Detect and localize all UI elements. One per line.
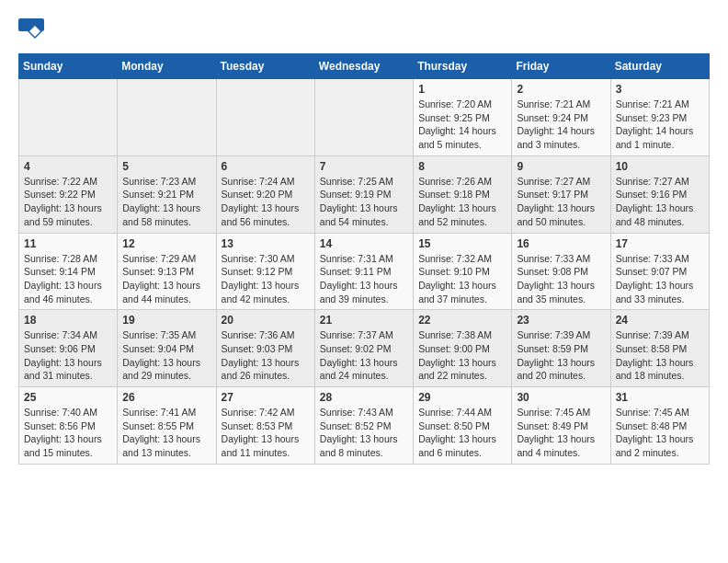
day-number: 23 [517,314,605,327]
day-info: Sunrise: 7:30 AM Sunset: 9:12 PM Dayligh… [222,252,310,306]
calendar-cell: 21Sunrise: 7:37 AM Sunset: 9:02 PM Dayli… [314,310,413,387]
calendar-cell: 27Sunrise: 7:42 AM Sunset: 8:53 PM Dayli… [216,387,314,465]
day-info: Sunrise: 7:43 AM Sunset: 8:52 PM Dayligh… [320,406,408,460]
day-number: 12 [122,237,210,250]
weekday-header: Friday [512,54,610,79]
day-number: 14 [320,237,408,250]
weekday-header: Sunday [19,54,118,79]
day-number: 21 [320,314,408,327]
calendar-cell: 4Sunrise: 7:22 AM Sunset: 9:22 PM Daylig… [19,155,118,233]
calendar-cell: 5Sunrise: 7:23 AM Sunset: 9:21 PM Daylig… [118,155,216,233]
day-info: Sunrise: 7:33 AM Sunset: 9:08 PM Dayligh… [517,252,605,306]
day-info: Sunrise: 7:31 AM Sunset: 9:11 PM Dayligh… [320,252,408,306]
calendar-cell: 1Sunrise: 7:20 AM Sunset: 9:25 PM Daylig… [414,79,512,156]
calendar-cell: 31Sunrise: 7:45 AM Sunset: 8:48 PM Dayli… [610,387,709,465]
day-number: 4 [24,160,112,173]
day-number: 3 [616,83,704,96]
day-number: 22 [418,314,506,327]
calendar-cell: 25Sunrise: 7:40 AM Sunset: 8:56 PM Dayli… [19,387,118,465]
calendar-cell: 10Sunrise: 7:27 AM Sunset: 9:16 PM Dayli… [610,155,709,233]
day-number: 5 [122,160,210,173]
day-info: Sunrise: 7:21 AM Sunset: 9:23 PM Dayligh… [616,98,704,152]
calendar-cell: 30Sunrise: 7:45 AM Sunset: 8:49 PM Dayli… [512,387,610,465]
day-info: Sunrise: 7:41 AM Sunset: 8:55 PM Dayligh… [122,406,210,460]
day-info: Sunrise: 7:22 AM Sunset: 9:22 PM Dayligh… [24,175,112,229]
day-info: Sunrise: 7:34 AM Sunset: 9:06 PM Dayligh… [24,328,112,383]
weekday-header: Thursday [414,54,512,79]
day-info: Sunrise: 7:32 AM Sunset: 9:10 PM Dayligh… [418,252,506,306]
calendar-table: SundayMondayTuesdayWednesdayThursdayFrid… [18,53,710,465]
day-info: Sunrise: 7:42 AM Sunset: 8:53 PM Dayligh… [222,406,310,460]
day-info: Sunrise: 7:26 AM Sunset: 9:18 PM Dayligh… [418,175,506,229]
calendar-cell: 22Sunrise: 7:38 AM Sunset: 9:00 PM Dayli… [414,310,512,387]
calendar-cell: 29Sunrise: 7:44 AM Sunset: 8:50 PM Dayli… [414,387,512,465]
day-info: Sunrise: 7:36 AM Sunset: 9:03 PM Dayligh… [222,328,310,383]
day-number: 8 [418,160,506,173]
day-number: 20 [222,314,310,327]
day-info: Sunrise: 7:27 AM Sunset: 9:16 PM Dayligh… [616,175,704,229]
day-number: 10 [616,160,704,173]
page-header [18,18,710,44]
calendar-cell: 8Sunrise: 7:26 AM Sunset: 9:18 PM Daylig… [414,155,512,233]
day-info: Sunrise: 7:44 AM Sunset: 8:50 PM Dayligh… [418,406,506,460]
calendar-cell: 18Sunrise: 7:34 AM Sunset: 9:06 PM Dayli… [19,310,118,387]
day-info: Sunrise: 7:33 AM Sunset: 9:07 PM Dayligh… [616,252,704,306]
weekday-header: Monday [118,54,216,79]
calendar-cell: 14Sunrise: 7:31 AM Sunset: 9:11 PM Dayli… [314,233,413,310]
day-number: 25 [24,391,112,404]
day-info: Sunrise: 7:45 AM Sunset: 8:49 PM Dayligh… [517,406,605,460]
day-number: 15 [418,237,506,250]
calendar-cell: 26Sunrise: 7:41 AM Sunset: 8:55 PM Dayli… [118,387,216,465]
day-info: Sunrise: 7:35 AM Sunset: 9:04 PM Dayligh… [122,328,210,383]
calendar-cell: 2Sunrise: 7:21 AM Sunset: 9:24 PM Daylig… [512,79,610,156]
logo [18,18,48,44]
day-number: 24 [616,314,704,327]
calendar-cell: 9Sunrise: 7:27 AM Sunset: 9:17 PM Daylig… [512,155,610,233]
day-info: Sunrise: 7:24 AM Sunset: 9:20 PM Dayligh… [222,175,310,229]
day-number: 28 [320,391,408,404]
day-number: 18 [24,314,112,327]
calendar-cell [118,79,216,156]
calendar-cell: 23Sunrise: 7:39 AM Sunset: 8:59 PM Dayli… [512,310,610,387]
calendar-cell: 17Sunrise: 7:33 AM Sunset: 9:07 PM Dayli… [610,233,709,310]
calendar-cell: 15Sunrise: 7:32 AM Sunset: 9:10 PM Dayli… [414,233,512,310]
calendar-cell: 20Sunrise: 7:36 AM Sunset: 9:03 PM Dayli… [216,310,314,387]
calendar-cell: 28Sunrise: 7:43 AM Sunset: 8:52 PM Dayli… [314,387,413,465]
calendar-cell: 3Sunrise: 7:21 AM Sunset: 9:23 PM Daylig… [610,79,709,156]
weekday-header: Saturday [610,54,709,79]
day-number: 17 [616,237,704,250]
day-number: 6 [222,160,310,173]
day-info: Sunrise: 7:37 AM Sunset: 9:02 PM Dayligh… [320,328,408,383]
day-number: 27 [222,391,310,404]
day-info: Sunrise: 7:27 AM Sunset: 9:17 PM Dayligh… [517,175,605,229]
day-number: 30 [517,391,605,404]
day-info: Sunrise: 7:21 AM Sunset: 9:24 PM Dayligh… [517,98,605,152]
calendar-cell [314,79,413,156]
day-info: Sunrise: 7:25 AM Sunset: 9:19 PM Dayligh… [320,175,408,229]
calendar-week-row: 1Sunrise: 7:20 AM Sunset: 9:25 PM Daylig… [19,79,710,156]
day-number: 16 [517,237,605,250]
day-info: Sunrise: 7:39 AM Sunset: 8:59 PM Dayligh… [517,328,605,383]
day-number: 13 [222,237,310,250]
day-info: Sunrise: 7:29 AM Sunset: 9:13 PM Dayligh… [122,252,210,306]
day-number: 1 [418,83,506,96]
calendar-cell: 16Sunrise: 7:33 AM Sunset: 9:08 PM Dayli… [512,233,610,310]
calendar-cell: 11Sunrise: 7:28 AM Sunset: 9:14 PM Dayli… [19,233,118,310]
calendar-cell: 24Sunrise: 7:39 AM Sunset: 8:58 PM Dayli… [610,310,709,387]
day-number: 11 [24,237,112,250]
day-number: 31 [616,391,704,404]
day-number: 26 [122,391,210,404]
day-info: Sunrise: 7:40 AM Sunset: 8:56 PM Dayligh… [24,406,112,460]
day-number: 7 [320,160,408,173]
day-info: Sunrise: 7:38 AM Sunset: 9:00 PM Dayligh… [418,328,506,383]
day-number: 2 [517,83,605,96]
calendar-week-row: 18Sunrise: 7:34 AM Sunset: 9:06 PM Dayli… [19,310,710,387]
calendar-cell: 13Sunrise: 7:30 AM Sunset: 9:12 PM Dayli… [216,233,314,310]
calendar-cell: 6Sunrise: 7:24 AM Sunset: 9:20 PM Daylig… [216,155,314,233]
day-number: 19 [122,314,210,327]
day-info: Sunrise: 7:39 AM Sunset: 8:58 PM Dayligh… [616,328,704,383]
logo-icon [18,18,44,44]
calendar-header: SundayMondayTuesdayWednesdayThursdayFrid… [19,54,710,79]
day-info: Sunrise: 7:20 AM Sunset: 9:25 PM Dayligh… [418,98,506,152]
day-number: 9 [517,160,605,173]
